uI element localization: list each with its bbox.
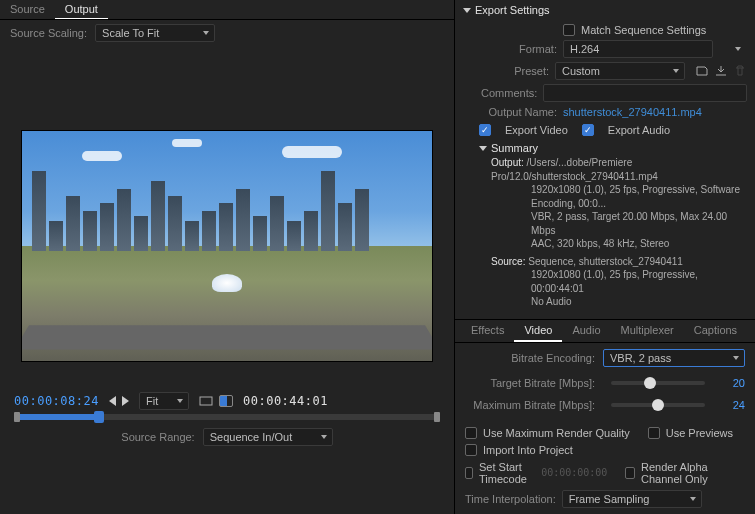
max-render-quality-label: Use Maximum Render Quality <box>483 427 630 439</box>
tab-source[interactable]: Source <box>0 0 55 19</box>
render-options: Use Maximum Render Quality Use Previews … <box>455 423 755 515</box>
max-bitrate-slider[interactable] <box>611 403 705 407</box>
render-alpha-label: Render Alpha Channel Only <box>641 461 745 485</box>
set-start-timecode-label: Set Start Timecode <box>479 461 535 485</box>
bitrate-encoding-label: Bitrate Encoding: <box>465 352 595 364</box>
format-label: Format: <box>479 43 557 55</box>
total-timecode: 00:00:44:01 <box>243 394 440 408</box>
out-point-handle[interactable] <box>434 412 440 422</box>
match-sequence-label: Match Sequence Settings <box>581 24 706 36</box>
source-range-select[interactable]: Sequence In/Out <box>203 428 333 446</box>
preset-label: Preset: <box>479 65 549 77</box>
use-previews-checkbox[interactable] <box>648 427 660 439</box>
svg-rect-0 <box>200 397 212 405</box>
preset-select[interactable]: Custom <box>555 62 685 80</box>
tab-multiplexer[interactable]: Multiplexer <box>611 320 684 342</box>
step-forward-icon[interactable] <box>122 396 129 406</box>
summary-header[interactable]: Summary <box>479 142 747 154</box>
preview-area <box>0 46 454 386</box>
timeline-scrubber[interactable] <box>14 414 440 420</box>
tab-output[interactable]: Output <box>55 0 108 19</box>
import-into-project-checkbox[interactable] <box>465 444 477 456</box>
preview-panel: Source Output Source Scaling: Scale To F… <box>0 0 455 514</box>
summary-output-line-1: 1920x1080 (1.0), 25 fps, Progressive, So… <box>491 183 747 210</box>
current-timecode[interactable]: 00:00:08:24 <box>14 394 99 408</box>
max-bitrate-thumb[interactable] <box>652 399 664 411</box>
video-preview[interactable] <box>22 131 432 361</box>
comments-input[interactable] <box>543 84 747 102</box>
summary-source-line-1: 1920x1080 (1.0), 25 fps, Progressive, 00… <box>491 268 747 295</box>
render-alpha-checkbox[interactable] <box>625 467 635 479</box>
target-bitrate-value[interactable]: 20 <box>721 377 745 389</box>
in-point-handle[interactable] <box>14 412 20 422</box>
export-dialog: Source Output Source Scaling: Scale To F… <box>0 0 755 514</box>
preview-tabs: Source Output <box>0 0 454 20</box>
target-bitrate-label: Target Bitrate [Mbps]: <box>465 377 595 389</box>
max-bitrate-label: Maximum Bitrate [Mbps]: <box>465 399 595 411</box>
source-scaling-label: Source Scaling: <box>10 27 87 39</box>
tab-audio[interactable]: Audio <box>562 320 610 342</box>
comments-label: Comments: <box>479 87 537 99</box>
source-scaling-select[interactable]: Scale To Fit <box>95 24 215 42</box>
set-start-timecode-checkbox[interactable] <box>465 467 473 479</box>
use-previews-label: Use Previews <box>666 427 733 439</box>
export-video-label: Export Video <box>505 124 568 136</box>
tab-effects[interactable]: Effects <box>461 320 514 342</box>
export-video-checkbox[interactable] <box>479 124 491 136</box>
output-name-link[interactable]: shutterstock_27940411.mp4 <box>563 106 702 118</box>
zoom-fit-select[interactable]: Fit <box>139 392 189 410</box>
delete-preset-icon[interactable] <box>733 65 747 77</box>
export-settings-title: Export Settings <box>475 4 550 16</box>
source-scaling-row: Source Scaling: Scale To Fit <box>0 20 454 46</box>
export-audio-label: Export Audio <box>608 124 670 136</box>
tab-publish[interactable]: Publish <box>747 320 755 342</box>
aspect-ratio-icon[interactable] <box>199 395 213 407</box>
max-bitrate-value[interactable]: 24 <box>721 399 745 411</box>
summary-output-line-2: VBR, 2 pass, Target 20.00 Mbps, Max 24.0… <box>491 210 747 237</box>
import-preset-icon[interactable] <box>714 65 728 77</box>
bitrate-encoding-select[interactable]: VBR, 2 pass <box>603 349 745 367</box>
export-settings-header[interactable]: Export Settings <box>455 0 755 18</box>
match-sequence-checkbox[interactable] <box>563 24 575 36</box>
target-bitrate-slider[interactable] <box>611 381 705 385</box>
summary-source-key: Source: <box>491 256 525 267</box>
summary-title: Summary <box>491 142 538 154</box>
summary-output-key: Output: <box>491 157 524 168</box>
summary-source-line-2: No Audio <box>491 295 747 309</box>
collapse-caret-icon <box>463 8 471 13</box>
source-range-label: Source Range: <box>121 431 194 443</box>
playhead-handle[interactable] <box>94 411 104 423</box>
time-interpolation-select[interactable]: Frame Sampling <box>562 490 702 508</box>
output-name-label: Output Name: <box>479 106 557 118</box>
save-preset-icon[interactable] <box>695 65 709 77</box>
max-render-quality-checkbox[interactable] <box>465 427 477 439</box>
summary-section: Summary Output: /Users/...dobe/Premiere … <box>463 140 747 313</box>
target-bitrate-thumb[interactable] <box>644 377 656 389</box>
export-settings-panel: Export Settings Match Sequence Settings … <box>455 0 755 514</box>
tab-captions[interactable]: Captions <box>684 320 747 342</box>
timeline-controls: 00:00:08:24 Fit 00:00:44:01 <box>0 386 454 454</box>
time-interpolation-label: Time Interpolation: <box>465 493 556 505</box>
range-select-icon[interactable] <box>219 395 233 407</box>
summary-source-line-0: Sequence, shutterstock_27940411 <box>528 256 683 267</box>
summary-output-line-3: AAC, 320 kbps, 48 kHz, Stereo <box>491 237 747 251</box>
format-select[interactable]: H.264 <box>563 40 713 58</box>
import-into-project-label: Import Into Project <box>483 444 573 456</box>
summary-caret-icon <box>479 146 487 151</box>
export-audio-checkbox[interactable] <box>582 124 594 136</box>
step-back-icon[interactable] <box>109 396 116 406</box>
start-timecode-value: 00:00:00:00 <box>541 467 607 478</box>
tab-video[interactable]: Video <box>514 320 562 342</box>
encoder-tabs: Effects Video Audio Multiplexer Captions… <box>455 319 755 343</box>
